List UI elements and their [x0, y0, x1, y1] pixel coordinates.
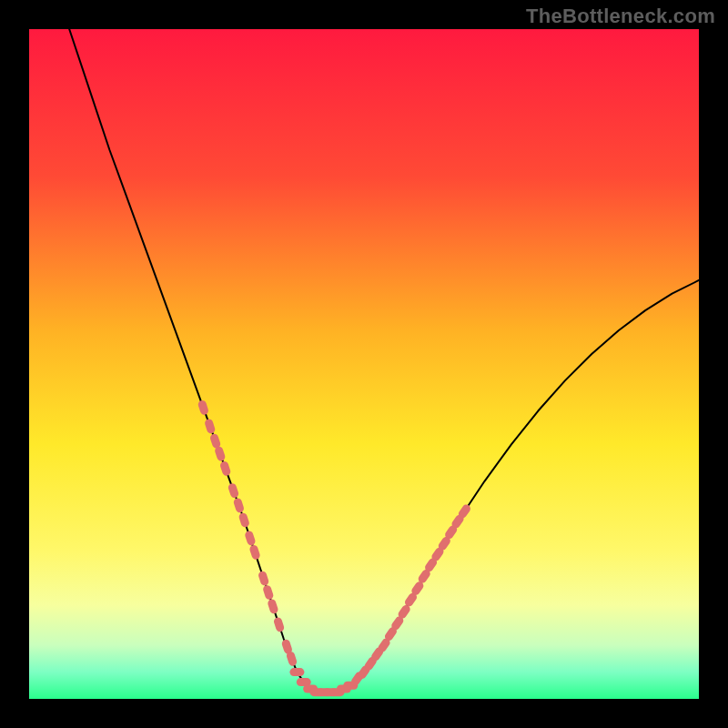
- gradient-background: [29, 29, 699, 699]
- chart-frame: TheBottleneck.com: [0, 0, 728, 728]
- curve-marker: [289, 668, 304, 676]
- plot-area: [29, 29, 699, 699]
- bottleneck-chart: [29, 29, 699, 699]
- attribution-label: TheBottleneck.com: [526, 5, 715, 28]
